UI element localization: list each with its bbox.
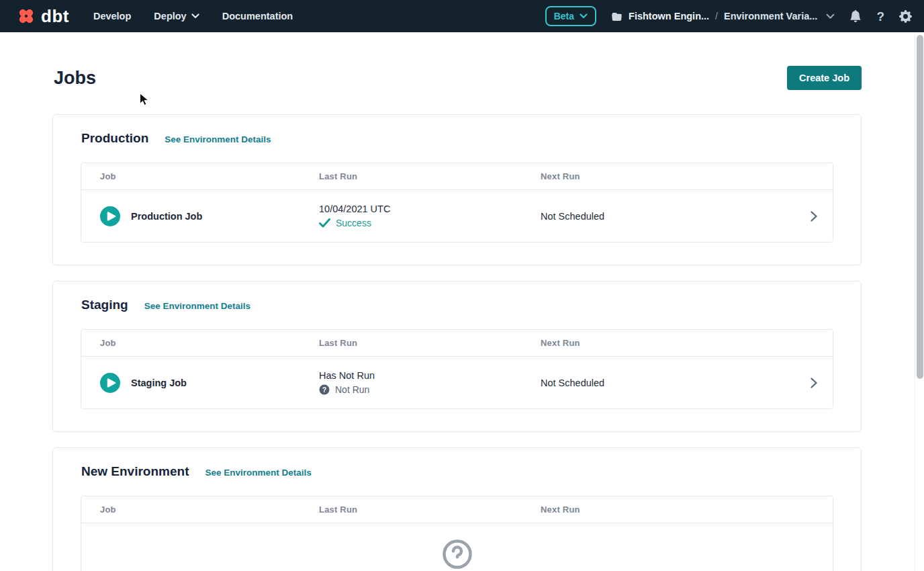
settings-gear-icon[interactable] <box>899 10 912 23</box>
dbt-logo-icon <box>16 6 36 26</box>
page-scrollbar-thumb[interactable] <box>917 35 923 379</box>
help-icon[interactable]: ? <box>876 10 884 23</box>
jobs-table-header: Job Last Run Next Run <box>81 163 833 190</box>
last-run-status: ? Not Run <box>319 384 522 395</box>
page-scrollbar-track[interactable] <box>915 32 924 571</box>
last-run-date: Has Not Run <box>319 370 522 381</box>
last-run-date: 10/04/2021 UTC <box>319 204 522 214</box>
nav-item-develop[interactable]: Develop <box>93 11 131 21</box>
main-nav: Develop Deploy Documentation <box>93 11 293 21</box>
environment-card-new-environment: New Environment See Environment Details … <box>52 447 862 571</box>
chevron-down-icon <box>580 13 588 19</box>
mouse-cursor <box>139 93 149 109</box>
breadcrumb-project: Fishtown Engin... <box>629 11 709 21</box>
environment-card-production: Production See Environment Details Job L… <box>52 114 862 265</box>
job-name: Staging Job <box>131 378 187 388</box>
column-header-job: Job <box>81 504 300 515</box>
environment-title: Production <box>81 131 148 146</box>
nav-item-documentation[interactable]: Documentation <box>222 11 293 21</box>
column-header-next-run: Next Run <box>522 504 795 515</box>
dbt-logo[interactable]: dbt <box>16 6 69 26</box>
success-check-icon <box>319 218 330 228</box>
page-title: Jobs <box>54 67 96 89</box>
folder-icon <box>611 11 622 21</box>
environment-title: New Environment <box>81 464 189 479</box>
breadcrumb-separator: / <box>715 11 718 21</box>
jobs-table: Job Last Run Next Run <box>81 496 833 571</box>
jobs-table: Job Last Run Next Run Staging Job Has No… <box>81 329 833 409</box>
no-runs-question-circle-icon <box>441 538 473 571</box>
environment-card-staging: Staging See Environment Details Job Last… <box>52 281 862 432</box>
empty-jobs-area <box>81 523 833 571</box>
column-header-job: Job <box>81 171 300 181</box>
top-navbar: dbt Develop Deploy Documentation Beta <box>0 0 924 32</box>
environment-title: Staging <box>81 298 128 312</box>
chevron-right-icon[interactable] <box>795 377 833 389</box>
next-run-value: Not Scheduled <box>522 378 795 388</box>
column-header-next-run: Next Run <box>522 338 795 348</box>
chevron-down-icon <box>826 13 835 19</box>
jobs-table-header: Job Last Run Next Run <box>81 496 833 523</box>
last-run-status: Success <box>319 218 522 228</box>
jobs-table-header: Job Last Run Next Run <box>81 330 833 357</box>
beta-dropdown-button[interactable]: Beta <box>545 6 596 26</box>
column-header-job: Job <box>81 338 300 348</box>
jobs-table: Job Last Run Next Run Production Job 10/… <box>81 163 833 243</box>
breadcrumb-page: Environment Varia... <box>724 11 817 21</box>
see-environment-details-link[interactable]: See Environment Details <box>144 301 250 311</box>
dbt-logo-text: dbt <box>41 7 69 25</box>
run-job-play-button[interactable] <box>100 206 120 226</box>
navbar-right: Beta Fishtown Engin... / Environment Var… <box>545 6 912 26</box>
page-header: Jobs Create Job <box>54 66 862 90</box>
question-circle-icon: ? <box>319 384 330 395</box>
see-environment-details-link[interactable]: See Environment Details <box>205 468 311 478</box>
column-header-last-run: Last Run <box>300 338 522 348</box>
column-header-last-run: Last Run <box>300 171 522 181</box>
column-header-next-run: Next Run <box>522 171 795 181</box>
chevron-down-icon <box>191 13 199 19</box>
job-row-staging[interactable]: Staging Job Has Not Run ? Not Run Not Sc… <box>81 357 833 408</box>
next-run-value: Not Scheduled <box>522 211 795 222</box>
notifications-bell-icon[interactable] <box>849 10 862 22</box>
create-job-button[interactable]: Create Job <box>787 66 862 90</box>
see-environment-details-link[interactable]: See Environment Details <box>165 134 271 144</box>
chevron-right-icon[interactable] <box>795 210 833 222</box>
job-row-production[interactable]: Production Job 10/04/2021 UTC Success No… <box>81 190 833 242</box>
project-breadcrumb[interactable]: Fishtown Engin... / Environment Varia... <box>611 11 835 21</box>
run-job-play-button[interactable] <box>100 373 120 393</box>
svg-text:?: ? <box>322 386 326 394</box>
nav-item-deploy[interactable]: Deploy <box>154 11 199 21</box>
job-name: Production Job <box>131 211 202 222</box>
column-header-last-run: Last Run <box>300 504 522 515</box>
